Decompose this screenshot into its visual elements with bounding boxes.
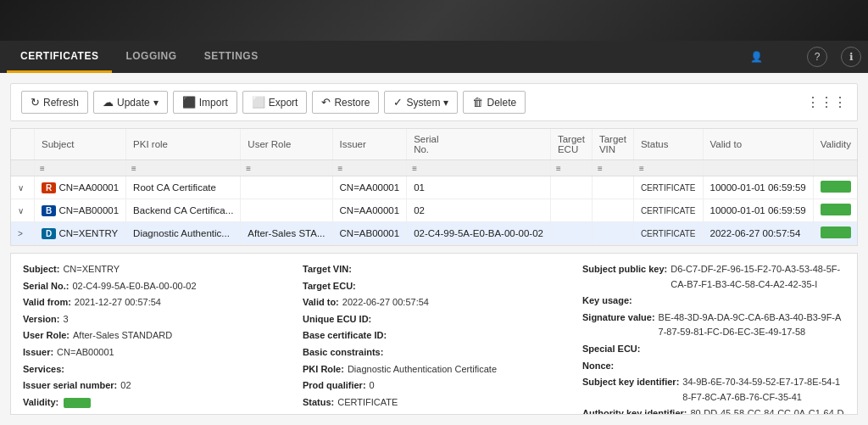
col-header-valid-to[interactable]: Valid to [703,129,813,160]
detail-row: Services: [23,362,286,377]
nav-right: 👤 ? ℹ [750,47,861,67]
filter-subject[interactable]: ≡ [35,160,126,176]
detail-row: Subject key identifier:34-9B-6E-70-34-59… [582,375,845,405]
detail-value: 02 [120,378,131,394]
update-button[interactable]: ☁ Update ▾ [93,91,168,114]
row-subject: D CN=XENTRY [35,222,126,245]
row-pki-role: Root CA Certificate [126,176,241,199]
validity-indicator [64,398,91,408]
table-row[interactable]: ∨ B CN=AB00001 Backend CA Certifica... C… [11,199,858,222]
table-filter-row: ≡ ≡ ≡ ≡ ≡ ≡ ≡ ≡ [11,160,858,176]
detail-row: Subject:CN=XENTRY [23,262,286,277]
filter-user-role[interactable]: ≡ [241,160,332,176]
row-expand-cell[interactable]: > [11,222,35,245]
detail-value: 2021-12-27 00:57:54 [75,295,161,310]
col-header-issuer[interactable]: Issuer [332,129,407,160]
detail-row: Prod qualifier:0 [303,378,565,394]
row-valid-to: 10000-01-01 06:59:59 [703,176,813,199]
detail-value: 0 [370,378,375,394]
detail-value: Diagnostic Authentication Certificate [348,362,497,377]
col-header-user-role[interactable]: User Role [241,129,332,160]
delete-button[interactable]: 🗑 Delete [463,91,526,114]
validity-indicator [821,204,851,215]
detail-label: Nonce: [582,359,614,374]
detail-label: Valid to: [303,295,339,310]
detail-label: Status: [303,395,334,411]
main-content: ↻ Refresh ☁ Update ▾ ⬛ Import ⬜ Export ↶… [0,73,868,425]
detail-row: Unique ECU ID: [303,312,565,327]
table-header-row: Subject PKI role User Role Issuer Serial… [11,129,858,160]
detail-label: Validity: [23,395,58,411]
col-header-pki-role[interactable]: PKI role [126,129,241,160]
expand-icon[interactable]: ∨ [18,206,24,215]
filter-target-ecu[interactable]: ≡ [550,160,592,176]
refresh-label: Refresh [43,97,79,109]
col-header-expand [11,129,35,160]
grid-view-icon[interactable]: ⋮⋮⋮ [806,95,847,109]
filter-serial-no[interactable]: ≡ [407,160,551,176]
row-user-role [241,199,332,222]
top-header [0,0,868,41]
detail-row: Subject public key:D6-C7-DF-2F-96-15-F2-… [582,262,845,292]
row-issuer: CN=AA00001 [332,176,407,199]
update-icon: ☁ [103,96,114,109]
detail-row: Base certificate ID: [303,328,565,344]
col-header-target-ecu[interactable]: TargetECU [550,129,592,160]
detail-panel: Subject:CN=XENTRYSerial No.:02-C4-99-5A-… [10,253,858,415]
filter-status[interactable]: ≡ [633,160,703,176]
filter-expand [11,160,35,176]
refresh-button[interactable]: ↻ Refresh [21,91,88,114]
export-button[interactable]: ⬜ Export [242,91,308,114]
delete-label: Delete [487,97,516,109]
help-button[interactable]: ? [807,47,827,67]
detail-row: Target VIN: [303,262,565,277]
col-header-validity[interactable]: Validity [813,129,858,160]
detail-label: User Role: [23,328,70,344]
expand-icon[interactable]: > [18,229,23,238]
filter-issuer[interactable]: ≡ [332,160,407,176]
detail-label: Key usage: [582,294,632,309]
table-row[interactable]: ∨ R CN=AA00001 Root CA Certificate CN=AA… [11,176,858,199]
tab-logging[interactable]: LOGGING [112,41,190,73]
row-serial-no: 01 [407,176,551,199]
row-subject: B CN=AB00001 [35,199,126,222]
system-label: System [406,97,440,109]
col-header-subject[interactable]: Subject [35,129,126,160]
col-header-status[interactable]: Status [633,129,703,160]
filter-validity [813,160,858,176]
detail-row: Nonce: [582,359,845,374]
col-header-target-vin[interactable]: TargetVIN [592,129,633,160]
detail-row: Part Number: [23,411,286,415]
expand-icon[interactable]: ∨ [18,183,24,193]
table-body: ∨ R CN=AA00001 Root CA Certificate CN=AA… [11,176,858,245]
detail-label: Target VIN: [303,262,352,277]
export-label: Export [269,97,298,109]
filter-pki-role[interactable]: ≡ [126,160,241,176]
detail-column-col2: Target VIN:Target ECU:Valid to:2022-06-2… [303,262,565,415]
refresh-icon: ↻ [31,96,40,109]
tab-certificates[interactable]: CERTIFICATES [7,41,112,73]
detail-label: Issuer serial number: [23,378,117,394]
import-button[interactable]: ⬛ Import [173,91,237,114]
restore-button[interactable]: ↶ Restore [312,91,379,114]
table-row[interactable]: > D CN=XENTRY Diagnostic Authentic... Af… [11,222,858,245]
filter-target-vin[interactable]: ≡ [592,160,633,176]
row-issuer: CN=AA00001 [332,199,407,222]
row-expand-cell[interactable]: ∨ [11,176,35,199]
system-button[interactable]: ✓ System ▾ [384,91,458,114]
row-target-vin [592,176,633,199]
row-expand-cell[interactable]: ∨ [11,199,35,222]
detail-value: BE-48-3D-9A-DA-9C-CA-6B-A3-40-B3-9F-A7-8… [659,310,845,340]
info-button[interactable]: ℹ [841,47,861,67]
detail-label: Services: [23,362,64,377]
detail-row: Valid to:2022-06-27 00:57:54 [303,295,565,310]
restore-label: Restore [334,97,370,109]
detail-row: Valid from:2021-12-27 00:57:54 [23,295,286,310]
detail-label: Target ECU: [303,279,356,294]
tab-settings[interactable]: SETTINGS [191,41,272,73]
nav-user: 👤 [750,51,766,63]
row-validity [813,222,858,245]
col-header-serial-no[interactable]: SerialNo. [407,129,551,160]
row-subject: R CN=AA00001 [35,176,126,199]
row-target-ecu [550,222,592,245]
